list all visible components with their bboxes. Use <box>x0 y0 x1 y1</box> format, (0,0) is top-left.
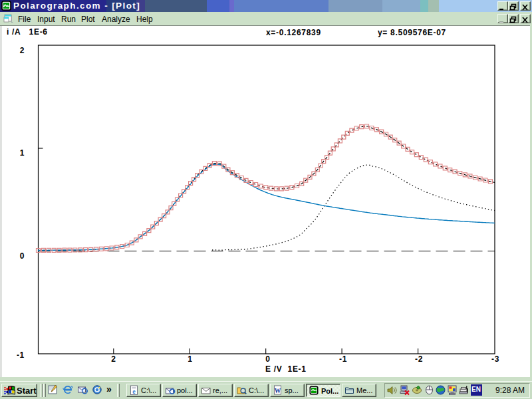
svg-text:2: 2 <box>20 46 25 55</box>
svg-text:0: 0 <box>20 251 25 261</box>
svg-text:e: e <box>132 388 136 395</box>
svg-text:i /A 1E-6: i /A 1E-6 <box>7 27 48 37</box>
svg-text:y= 8.509576E-07: y= 8.509576E-07 <box>378 28 446 37</box>
svg-text:1: 1 <box>188 354 192 364</box>
svg-text:W: W <box>275 388 281 394</box>
svg-text:-2: -2 <box>415 354 423 364</box>
svg-text:E /V 1E-1: E /V 1E-1 <box>265 364 307 374</box>
svg-text:2: 2 <box>111 354 116 364</box>
svg-text:-3: -3 <box>491 354 499 364</box>
svg-text:1: 1 <box>20 148 25 158</box>
svg-text:x=-0.1267839: x=-0.1267839 <box>266 28 321 37</box>
svg-text:0: 0 <box>265 354 270 364</box>
svg-text:-1: -1 <box>17 350 25 360</box>
svg-text:-1: -1 <box>339 354 347 364</box>
